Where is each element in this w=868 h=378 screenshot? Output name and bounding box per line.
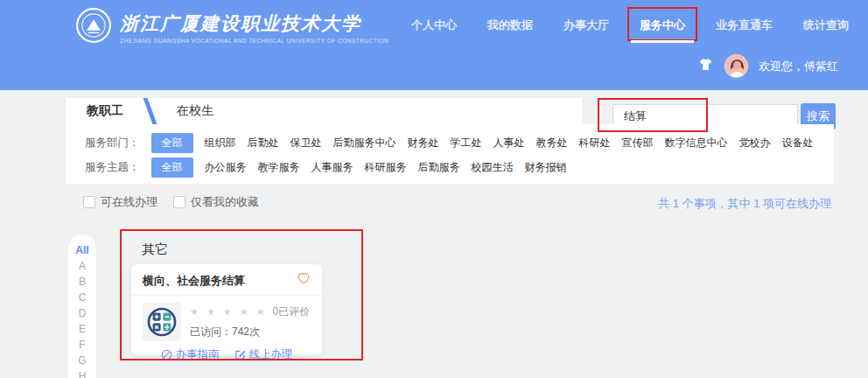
filter-option[interactable]: 后勤服务中心 [333,136,396,150]
compass-guide-icon [161,349,172,360]
filter-option[interactable]: 学工处 [451,136,482,150]
filter-option[interactable]: 数字信息中心 [665,136,728,150]
online-handle-link[interactable]: 线上办理 [234,347,293,362]
alphabet-item[interactable]: G [68,353,96,368]
filter-option[interactable]: 财务报销 [525,160,567,175]
star-rating-icons: ★ ★ ★ ★ ★ [190,306,268,318]
nav-item-personal-center[interactable]: 个人中心 [410,10,458,40]
alphabet-index: All A B C D E F G H I [68,234,96,378]
service-center-page: 浙江广厦建设职业技术大学 ZHEJIANG GUANGSHA VOCATIONA… [0,0,868,378]
audience-tabs: 教职工 在校生 [66,98,582,124]
nav-item-business-express[interactable]: 业务直通车 [714,10,774,40]
checkbox-icon[interactable] [173,196,186,208]
filter-option[interactable]: 组织部 [205,136,236,150]
filter-label-department: 服务部门： [85,136,140,150]
checkbox-icon[interactable] [83,196,95,208]
filter-option-selected[interactable]: 全部 [151,133,193,153]
nav-item-statistics-query[interactable]: 统计查询 [802,10,850,40]
alphabet-item-all[interactable]: All [68,242,96,258]
nav-item-service-hall[interactable]: 办事大厅 [562,10,611,40]
filter-option[interactable]: 人事处 [494,136,525,150]
filter-option-selected[interactable]: 全部 [151,158,193,178]
welcome-text: 欢迎您，傅紫红 [759,59,838,74]
rating-row: ★ ★ ★ ★ ★ 0已评价 [190,304,310,319]
alphabet-item[interactable]: F [68,337,96,353]
university-name-en: ZHEJIANG GUANGSHA VOCATIONAL AND TECHNIC… [120,38,388,44]
filter-option[interactable]: 校园生活 [472,160,514,175]
favorites-filter-label: 仅看我的收藏 [191,194,259,210]
filter-option[interactable]: 财务处 [408,136,439,150]
card-stats: ★ ★ ★ ★ ★ 0已评价 已访问：742次 [190,303,310,341]
nav-item-service-center[interactable]: 服务中心 [638,10,687,40]
alphabet-item[interactable]: B [68,274,96,290]
service-card-title: 横向、社会服务结算 [143,273,245,289]
result-summary: 共 1 个事项，其中 1 项可在线办理 [658,196,831,212]
user-area: 欢迎您，傅紫红 [697,54,838,78]
filter-option[interactable]: 宣传部 [622,136,654,150]
annotation-box-nav [627,7,697,41]
online-filter-toggle[interactable]: 可在线办理 [83,194,158,210]
section-title-other: 其它 [142,242,168,258]
filter-label-topic: 服务主题： [85,160,140,175]
card-body: ★ ★ ★ ★ ★ 0已评价 已访问：742次 [131,296,322,341]
guide-link[interactable]: 办事指南 [161,347,220,362]
alphabet-item[interactable]: D [68,305,96,321]
main-nav: 个人中心 我的数据 办事大厅 服务中心 业务直通车 统计查询 [410,10,850,40]
filter-row-topic: 服务主题： 全部 办公服务 教学服务 人事服务 科研服务 后勤服务 校园生活 财… [85,155,834,179]
service-card[interactable]: 横向、社会服务结算 [131,264,322,355]
card-header: 横向、社会服务结算 [131,264,322,296]
filter-row-department: 服务部门： 全部 组织部 后勤处 保卫处 后勤服务中心 财务处 学工处 人事处 … [85,130,834,155]
active-nav-underline [631,40,694,43]
favorites-filter-toggle[interactable]: 仅看我的收藏 [173,194,259,210]
filter-option[interactable]: 人事服务 [312,160,354,175]
university-emblem-icon [75,7,112,47]
filter-option[interactable]: 后勤处 [248,136,279,150]
filter-option[interactable]: 办公服务 [205,160,247,175]
filter-panel: 服务部门： 全部 组织部 后勤处 保卫处 后勤服务中心 财务处 学工处 人事处 … [66,124,834,184]
visit-count: 已访问：742次 [190,325,310,340]
alphabet-item[interactable]: E [68,321,96,337]
nav-item-my-data[interactable]: 我的数据 [486,10,535,40]
list-toolbar: 可在线办理 仅看我的收藏 [83,194,259,210]
favorite-heart-icon[interactable] [297,272,311,289]
filter-option[interactable]: 教务处 [536,136,568,150]
rating-count: 0已评价 [273,304,311,319]
alphabet-item[interactable]: A [68,258,96,274]
filter-option[interactable]: 后勤服务 [418,160,460,175]
card-actions: 办事指南 线上办理 [131,341,322,362]
theme-shirt-icon[interactable] [697,56,714,76]
user-avatar[interactable] [724,54,748,78]
tab-students[interactable]: 在校生 [156,103,234,119]
online-filter-label: 可在线办理 [101,194,158,210]
filter-option[interactable]: 教学服务 [258,160,300,175]
edit-square-icon [234,349,246,360]
calculator-icon [143,303,181,341]
filter-option[interactable]: 科研处 [579,136,611,150]
filter-option[interactable]: 设备处 [782,136,814,150]
header: 浙江广厦建设职业技术大学 ZHEJIANG GUANGSHA VOCATIONA… [0,0,868,90]
filter-option[interactable]: 党校办 [739,136,771,150]
university-name: 浙江广厦建设职业技术大学 [120,11,388,36]
tab-staff[interactable]: 教职工 [66,103,144,119]
filter-option[interactable]: 科研服务 [365,160,407,175]
alphabet-item[interactable]: C [68,290,96,305]
filter-option[interactable]: 保卫处 [290,136,322,150]
university-logo: 浙江广厦建设职业技术大学 ZHEJIANG GUANGSHA VOCATIONA… [75,7,388,47]
alphabet-item[interactable]: H [68,368,96,378]
